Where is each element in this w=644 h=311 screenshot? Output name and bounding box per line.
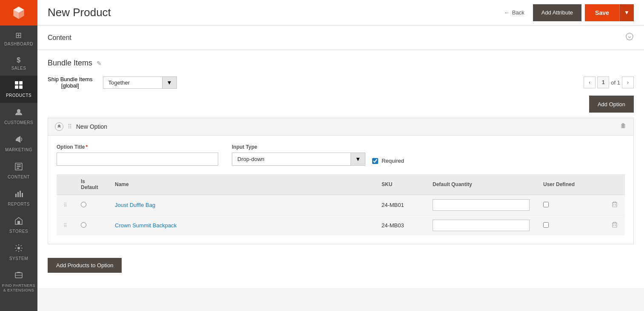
row-drag-handle-2[interactable]: ⠿: [63, 223, 67, 229]
ship-bundle-label: Ship Bundle Items [global]: [48, 76, 93, 89]
svg-point-17: [626, 33, 633, 40]
row-sku-cell-2: 24-MB03: [375, 215, 426, 236]
input-type-dropdown-arrow[interactable]: ▼: [351, 153, 365, 166]
svg-rect-0: [15, 81, 18, 85]
sidebar-item-system[interactable]: SYSTEM: [0, 239, 37, 266]
page-header: New Product ← Back Add Attribute Save ▼: [37, 0, 644, 25]
bundle-items-title: Bundle Items: [48, 59, 92, 68]
bundle-items-section: Bundle Items ✎ Ship Bundle Items [global…: [37, 50, 644, 288]
row-delete-cell-2: [604, 215, 625, 236]
svg-point-14: [17, 247, 20, 249]
col-sku: SKU: [375, 174, 426, 195]
add-attribute-button[interactable]: Add Attribute: [533, 4, 581, 21]
ship-bundle-dropdown-arrow[interactable]: ▼: [162, 76, 177, 89]
pagination-next[interactable]: ›: [622, 76, 634, 88]
sidebar-item-reports[interactable]: REPORTS: [0, 184, 37, 212]
row-name-cell: Joust Duffle Bag: [108, 195, 375, 215]
dashboard-icon: ⊞: [15, 31, 22, 40]
content-icon: [14, 162, 23, 173]
product-link-2[interactable]: Crown Summit Backpack: [115, 222, 177, 229]
products-table: Is Default Name SKU Default Quantity: [57, 174, 625, 235]
right-controls: ‹ 1 of 1 ›: [584, 76, 634, 88]
sidebar-item-content[interactable]: CONTENT: [0, 157, 37, 184]
svg-point-4: [17, 109, 20, 113]
row-user-defined-cell-1: [536, 195, 604, 215]
chevron-down-icon: ▼: [624, 9, 630, 16]
user-defined-checkbox-2[interactable]: [543, 222, 549, 228]
svg-rect-8: [17, 168, 19, 169]
stores-icon: [14, 217, 23, 227]
option-drag-handle[interactable]: ⠿: [68, 123, 72, 130]
svg-rect-9: [15, 194, 17, 197]
svg-rect-13: [17, 221, 20, 224]
svg-rect-12: [22, 193, 23, 197]
option-title-field-group: Option Title*: [57, 144, 218, 166]
row-delete-icon-2[interactable]: [611, 223, 618, 229]
page-title: New Product: [48, 6, 111, 19]
header-actions: ← Back Add Attribute Save ▼: [499, 4, 634, 21]
add-option-button[interactable]: Add Option: [589, 96, 634, 113]
sidebar-item-products[interactable]: PRODUCTS: [0, 76, 37, 103]
option-title-input[interactable]: [57, 153, 218, 166]
partners-icon: [14, 271, 23, 282]
input-type-wrap: Drop-down Radio Buttons Checkbox Multi-S…: [232, 153, 365, 166]
table-row: ⠿ Joust Duffle Bag 24-MB01: [57, 195, 625, 215]
svg-rect-11: [20, 191, 21, 197]
sidebar-item-stores[interactable]: STORES: [0, 212, 37, 239]
bundle-edit-icon[interactable]: ✎: [97, 60, 102, 67]
input-type-select[interactable]: Drop-down Radio Buttons Checkbox Multi-S…: [232, 153, 351, 166]
pagination-prev[interactable]: ‹: [584, 76, 596, 88]
user-defined-checkbox-1[interactable]: [543, 202, 549, 207]
is-default-radio-1[interactable]: [81, 202, 86, 207]
sidebar-item-sales[interactable]: $ SALES: [0, 51, 37, 76]
row-delete-icon-1[interactable]: [611, 203, 618, 209]
sidebar-item-marketing[interactable]: MARKETING: [0, 130, 37, 157]
bundle-items-header: Bundle Items ✎: [48, 59, 634, 68]
qty-input-2[interactable]: [433, 220, 530, 231]
page-content-area: Content Bundle Items ✎ Ship Bundle Items…: [37, 25, 644, 311]
content-collapse-icon[interactable]: [625, 32, 634, 43]
row-drag-handle[interactable]: ⠿: [63, 202, 67, 208]
svg-rect-22: [613, 223, 617, 227]
qty-input-1[interactable]: [433, 199, 530, 211]
col-drag: [57, 174, 74, 195]
ship-bundle-select-wrap: Together Separately ▼: [103, 76, 177, 89]
required-checkbox[interactable]: [372, 158, 378, 164]
option-title-label: Option Title*: [57, 144, 218, 150]
sidebar-item-dashboard[interactable]: ⊞ DASHBOARD: [0, 25, 37, 51]
save-dropdown-button[interactable]: ▼: [619, 4, 634, 21]
save-button[interactable]: Save: [585, 4, 619, 21]
option-delete-icon[interactable]: [620, 122, 627, 131]
col-user-defined: User Defined: [536, 174, 604, 195]
is-default-radio-2[interactable]: [81, 222, 86, 228]
logo[interactable]: [0, 0, 37, 25]
required-label: Required: [382, 158, 404, 164]
content-section[interactable]: Content: [37, 25, 644, 50]
svg-rect-1: [19, 81, 23, 85]
svg-rect-2: [15, 85, 18, 89]
svg-rect-7: [17, 166, 21, 167]
ship-bundle-select[interactable]: Together Separately: [103, 76, 162, 89]
back-arrow-icon: ←: [504, 9, 510, 16]
products-icon: [14, 81, 23, 91]
row-delete-cell-1: [604, 195, 625, 215]
save-button-group: Save ▼: [585, 4, 634, 21]
option-collapse-icon[interactable]: [55, 122, 63, 131]
option-header: ⠿ New Option: [48, 118, 633, 136]
sidebar-item-customers[interactable]: CUSTOMERS: [0, 103, 37, 130]
back-button[interactable]: ← Back: [499, 6, 530, 19]
sidebar-item-partners[interactable]: FIND PARTNERS & EXTENSIONS: [0, 266, 37, 298]
bottom-actions: Add Products to Option: [48, 251, 634, 280]
product-link-1[interactable]: Joust Duffle Bag: [115, 202, 155, 208]
row-drag-cell: ⠿: [57, 195, 74, 215]
row-qty-cell-2: [426, 215, 536, 236]
pagination-current[interactable]: 1: [597, 76, 609, 88]
col-actions: [604, 174, 625, 195]
svg-rect-10: [17, 192, 19, 197]
row-name-cell-2: Crown Summit Backpack: [108, 215, 375, 236]
input-type-arrow-icon: ▼: [355, 156, 361, 162]
add-products-button[interactable]: Add Products to Option: [48, 258, 122, 273]
input-type-label: Input Type: [232, 144, 404, 150]
content-section-title: Content: [48, 34, 71, 42]
pagination-of: of 1: [611, 79, 620, 86]
